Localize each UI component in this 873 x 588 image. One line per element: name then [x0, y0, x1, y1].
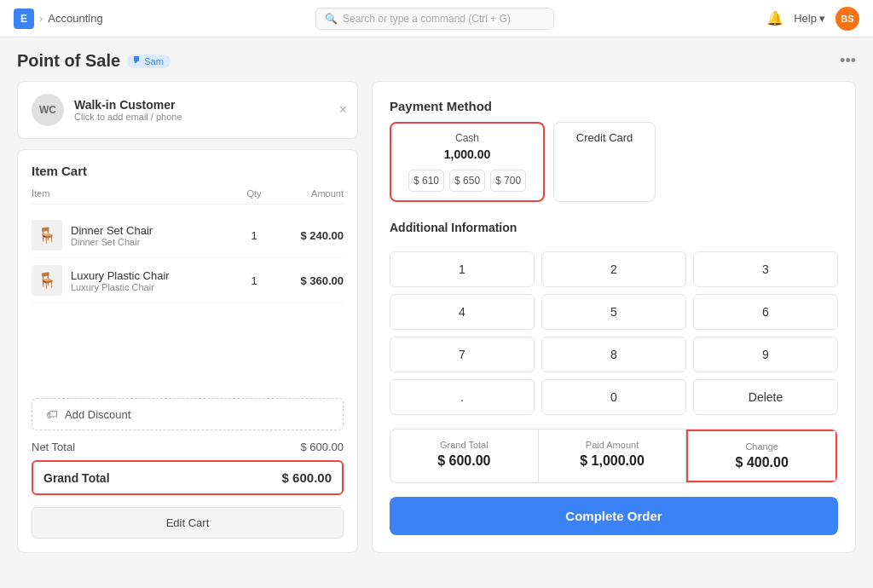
- additional-info-title: Additional Information: [390, 221, 838, 234]
- nav-app-label: Accounting: [48, 12, 102, 25]
- help-button[interactable]: Help ▾: [794, 12, 825, 25]
- cash-amount: 1,000.00: [408, 147, 526, 161]
- cart-title: Item Cart: [32, 164, 344, 178]
- add-discount-button[interactable]: 🏷 Add Discount: [32, 398, 344, 430]
- bell-icon[interactable]: 🔔: [766, 10, 783, 26]
- item-price-1: $ 240.00: [275, 229, 344, 242]
- search-icon: 🔍: [325, 13, 338, 25]
- cash-inner: Cash 1,000.00 $ 610 $ 650 $ 700: [408, 132, 526, 192]
- customer-info: Walk-in Customer Click to add email / ph…: [74, 98, 344, 122]
- bottom-totals: Grand Total $ 600.00 Paid Amount $ 1,000…: [390, 429, 838, 483]
- payment-section: Payment Method Cash 1,000.00 $ 610 $ 650…: [390, 99, 838, 207]
- numpad-0[interactable]: 0: [541, 379, 686, 415]
- item-name-2: Luxury Plastic Chair: [71, 269, 233, 282]
- page-header: Point of Sale • Sam •••: [0, 37, 873, 81]
- total-paid: Paid Amount $ 1,000.00: [539, 429, 687, 482]
- numpad-8[interactable]: 8: [541, 337, 686, 372]
- item-details-2: Luxury Plastic Chair Luxury Plastic Chai…: [71, 269, 233, 292]
- session-dot: •: [134, 56, 139, 61]
- quick-amount-610[interactable]: $ 610: [408, 170, 444, 192]
- quick-amounts: $ 610 $ 650 $ 700: [408, 170, 526, 192]
- item-price-2: $ 360.00: [275, 274, 344, 287]
- edit-cart-button[interactable]: Edit Cart: [32, 507, 344, 539]
- avatar[interactable]: BS: [835, 7, 859, 31]
- item-sub-1: Dinner Set Chair: [71, 237, 233, 247]
- numpad-9[interactable]: 9: [693, 337, 838, 372]
- numpad-2[interactable]: 2: [541, 251, 686, 287]
- search-bar[interactable]: 🔍 Search or type a command (Ctrl + G): [315, 8, 554, 30]
- numpad-6[interactable]: 6: [693, 294, 838, 330]
- numpad-7[interactable]: 7: [390, 337, 535, 372]
- item-name-1: Dinner Set Chair: [71, 224, 233, 237]
- table-row[interactable]: 🪑 Dinner Set Chair Dinner Set Chair 1 $ …: [32, 213, 344, 258]
- net-total-label: Net Total: [32, 441, 75, 453]
- item-cart: Item Cart Item Qty Amount 🪑 Dinner Set C…: [17, 149, 358, 553]
- header-amount: Amount: [275, 188, 344, 199]
- numpad-3[interactable]: 3: [693, 251, 838, 287]
- header-item: Item: [32, 188, 233, 199]
- item-image-1: 🪑: [32, 220, 62, 251]
- discount-icon: 🏷: [46, 407, 58, 421]
- grand-total-label: Grand Total: [43, 471, 110, 485]
- grand-total-cell-label: Grand Total: [404, 440, 524, 450]
- numpad-1[interactable]: 1: [390, 251, 535, 287]
- add-discount-label: Add Discount: [65, 408, 130, 421]
- table-row[interactable]: 🪑 Luxury Plastic Chair Luxury Plastic Ch…: [32, 258, 344, 303]
- change-label: Change: [702, 441, 822, 452]
- quick-amount-700[interactable]: $ 700: [490, 170, 526, 192]
- grand-total-row: Grand Total $ 600.00: [32, 460, 344, 495]
- total-grand: Grand Total $ 600.00: [390, 429, 539, 482]
- total-change: Change $ 400.00: [686, 429, 837, 482]
- payment-method-cash[interactable]: Cash 1,000.00 $ 610 $ 650 $ 700: [390, 122, 545, 202]
- item-image-2: 🪑: [32, 265, 62, 296]
- customer-avatar: WC: [32, 94, 64, 126]
- navbar-right: 🔔 Help ▾ BS: [766, 7, 859, 31]
- numpad-4[interactable]: 4: [390, 294, 535, 330]
- quick-amount-650[interactable]: $ 650: [449, 170, 485, 192]
- customer-card[interactable]: WC Walk-in Customer Click to add email /…: [17, 81, 358, 139]
- item-details-1: Dinner Set Chair Dinner Set Chair: [71, 224, 233, 247]
- session-label: Sam: [144, 56, 164, 66]
- customer-name: Walk-in Customer: [74, 98, 344, 112]
- item-qty-1: 1: [233, 229, 275, 242]
- numpad-dot[interactable]: .: [390, 379, 535, 415]
- cash-label: Cash: [408, 132, 526, 144]
- customer-sub: Click to add email / phone: [74, 112, 344, 122]
- main-content: WC Walk-in Customer Click to add email /…: [0, 81, 873, 570]
- complete-order-button[interactable]: Complete Order: [390, 497, 838, 535]
- payment-methods: Cash 1,000.00 $ 610 $ 650 $ 700 Credit C…: [390, 122, 838, 202]
- paid-amount-label: Paid Amount: [552, 440, 673, 450]
- header-qty: Qty: [233, 188, 275, 199]
- navbar: E › Accounting 🔍 Search or type a comman…: [0, 0, 873, 37]
- search-input[interactable]: Search or type a command (Ctrl + G): [343, 13, 545, 25]
- numpad-5[interactable]: 5: [541, 294, 686, 330]
- net-total-row: Net Total $ 600.00: [32, 441, 344, 453]
- page-title: Point of Sale • Sam: [17, 51, 171, 71]
- grand-total-cell-value: $ 600.00: [404, 453, 524, 469]
- paid-amount-value: $ 1,000.00: [552, 453, 673, 469]
- navbar-left: E › Accounting: [14, 9, 103, 29]
- payment-section-title: Payment Method: [390, 99, 838, 113]
- right-panel: Payment Method Cash 1,000.00 $ 610 $ 650…: [372, 81, 856, 553]
- left-panel: WC Walk-in Customer Click to add email /…: [17, 81, 358, 553]
- session-badge: • Sam: [127, 55, 171, 68]
- item-sub-2: Luxury Plastic Chair: [71, 282, 233, 292]
- help-label: Help: [794, 12, 817, 25]
- app-logo[interactable]: E: [14, 9, 34, 29]
- more-options-button[interactable]: •••: [840, 52, 856, 70]
- change-value: $ 400.00: [702, 455, 822, 470]
- cart-header: Item Qty Amount: [32, 188, 344, 205]
- close-customer-button[interactable]: ×: [339, 102, 347, 118]
- net-total-value: $ 600.00: [300, 441, 344, 453]
- item-qty-2: 1: [233, 274, 275, 287]
- page-title-text: Point of Sale: [17, 51, 120, 71]
- numpad: 1 2 3 4 5 6 7 8 9 . 0 Delete: [390, 251, 838, 415]
- additional-info-section: Additional Information: [390, 221, 838, 234]
- chevron-down-icon: ▾: [819, 12, 825, 25]
- grand-total-value: $ 600.00: [282, 470, 332, 485]
- payment-method-credit-card[interactable]: Credit Card: [553, 122, 656, 202]
- credit-card-label: Credit Card: [576, 131, 633, 144]
- numpad-delete[interactable]: Delete: [693, 379, 838, 415]
- breadcrumb-sep: ›: [39, 12, 43, 25]
